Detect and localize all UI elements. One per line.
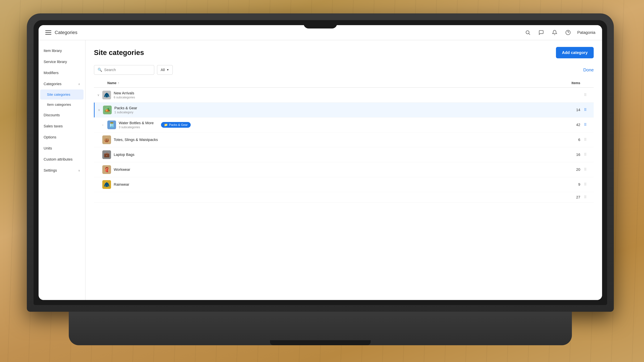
row-count: 27 (560, 195, 580, 199)
drag-handle[interactable]: ⠿ (580, 182, 590, 187)
row-name: New Arrivals (114, 91, 560, 95)
row-thumbnail: 🧣 (102, 165, 111, 174)
expand-icon[interactable]: ∨ (98, 108, 103, 112)
settings-chevron-icon: ∨ (78, 169, 80, 172)
sidebar-item-categories[interactable]: Categories ∧ (38, 78, 85, 89)
done-button[interactable]: Done (583, 67, 594, 72)
row-name: Rainwear (114, 182, 560, 187)
app-body: Item library Service library Modifiers C… (38, 40, 602, 300)
expand-icon[interactable]: › (102, 123, 107, 127)
row-thumbnail: 🏕️ (103, 106, 112, 114)
header-title: Categories (55, 30, 520, 35)
sidebar-item-item-categories[interactable]: Item categories (38, 99, 85, 110)
row-thumbnail: 🧥 (102, 91, 111, 99)
search-input[interactable] (104, 68, 150, 72)
table-row: 👜 Totes, Slings & Waistpacks 6 ⠿ (94, 132, 594, 147)
sidebar: Item library Service library Modifiers C… (38, 40, 86, 300)
add-category-button[interactable]: Add category (556, 47, 594, 58)
row-count: 42 (560, 123, 580, 127)
table-header: Name ↑ Items (94, 79, 594, 88)
table-row: 🧣 Workwear 20 ⠿ (94, 162, 594, 177)
sidebar-item-site-categories[interactable]: Site categories (40, 89, 84, 99)
search-icon: 🔍 (98, 68, 102, 72)
col-items-label: Items (560, 81, 580, 85)
expand-icon[interactable]: ∨ (97, 93, 102, 97)
row-info: New Arrivals 6 subcategories (114, 91, 560, 99)
page-header: Site categories Add category (94, 47, 594, 58)
drag-handle[interactable]: ⠿ (580, 93, 590, 97)
menu-icon[interactable] (45, 30, 51, 35)
sidebar-item-units[interactable]: Units (38, 143, 85, 154)
table-row: 27 ⠿ (94, 192, 594, 203)
drag-handle[interactable]: ⠿ (580, 195, 590, 199)
drag-handle[interactable]: ⠿ (580, 108, 590, 112)
row-info: Packs & Gear 1 subcategory (114, 106, 560, 114)
sidebar-item-item-library[interactable]: Item library (38, 45, 85, 56)
sidebar-item-modifiers[interactable]: Modifiers (38, 67, 85, 78)
table-row: 🧥 Rainwear 9 ⠿ (94, 177, 594, 192)
sidebar-item-sales-taxes[interactable]: Sales taxes (38, 121, 85, 132)
row-count: 14 (560, 108, 580, 112)
badge-label: Packs & Gear (169, 123, 188, 127)
drag-handle[interactable]: ⠿ (580, 152, 590, 157)
laptop-base (69, 312, 572, 345)
row-thumbnail: 👜 (102, 135, 111, 144)
row-thumbnail: 💼 (102, 150, 111, 159)
sidebar-item-service-library[interactable]: Service library (38, 56, 85, 67)
row-info: Totes, Slings & Waistpacks (114, 138, 560, 142)
table-row: 💼 Laptop Bags 16 ⠿ (94, 147, 594, 162)
categories-chevron-icon: ∧ (78, 82, 80, 86)
row-sub: 6 subcategories (114, 96, 560, 99)
filter-icon: ▼ (166, 68, 169, 71)
folder-icon: 📁 (164, 123, 168, 127)
col-name-label: Name (107, 81, 116, 85)
row-info: Rainwear (114, 182, 560, 187)
drag-handle[interactable]: ⠿ (580, 138, 590, 142)
row-thumbnail: 🧥 (102, 180, 111, 189)
category-badge: 📁 Packs & Gear (161, 122, 191, 128)
table-row: › 🫙 Water Bottles & More 3 subcategories… (94, 117, 594, 132)
page-title: Site categories (94, 49, 144, 57)
sidebar-item-discounts[interactable]: Discounts (38, 110, 85, 121)
drag-handle[interactable]: ⠿ (580, 123, 590, 127)
row-thumbnail: 🫙 (107, 120, 116, 129)
drag-handle[interactable]: ⠿ (580, 167, 590, 172)
sort-icon[interactable]: ↑ (118, 81, 119, 85)
row-count: 16 (560, 152, 580, 157)
row-info: Workwear (114, 167, 560, 172)
row-name: Laptop Bags (114, 152, 560, 157)
sidebar-item-settings[interactable]: Settings ∨ (38, 165, 85, 176)
search-box: 🔍 (94, 65, 154, 75)
filter-button[interactable]: All ▼ (157, 65, 173, 75)
row-count: 9 (560, 182, 580, 187)
table-row: ∨ 🏕️ Packs & Gear 1 subcategory 14 ⠿ (94, 103, 594, 117)
row-name: Packs & Gear (114, 106, 560, 110)
svg-line-1 (529, 33, 530, 35)
main-content: Site categories Add category 🔍 All (86, 40, 602, 300)
row-count: 20 (560, 167, 580, 172)
sidebar-item-options[interactable]: Options (38, 132, 85, 143)
search-button[interactable] (524, 28, 532, 37)
row-info: Laptop Bags (114, 152, 560, 157)
filter-label: All (161, 68, 165, 72)
row-sub: 1 subcategory (114, 111, 560, 114)
table-row: ∨ 🧥 New Arrivals 6 subcategories ⠿ (94, 88, 594, 103)
user-name[interactable]: Patagonia (577, 30, 595, 35)
notifications-button[interactable] (550, 28, 559, 37)
sidebar-item-custom-attributes[interactable]: Custom attributes (38, 154, 85, 165)
help-button[interactable] (564, 28, 572, 37)
row-name: Workwear (114, 167, 560, 172)
header-icons: Patagonia (524, 28, 595, 37)
row-name: Totes, Slings & Waistpacks (114, 138, 560, 142)
chat-button[interactable] (537, 28, 546, 37)
row-count: 6 (560, 138, 580, 142)
svg-point-0 (526, 31, 529, 34)
